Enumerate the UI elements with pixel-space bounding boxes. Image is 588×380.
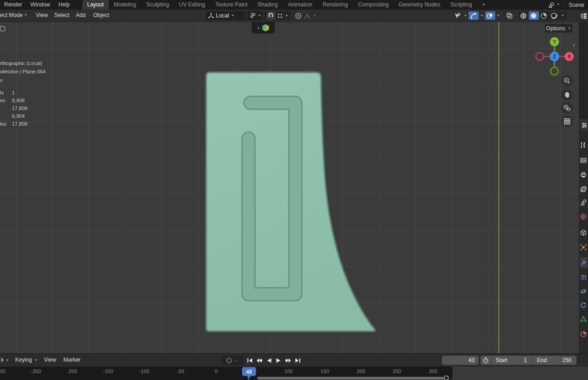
timeline-ruler[interactable]: 00 -250 -200 -150 -100 -50 0 50 100 150 … — [0, 367, 452, 380]
menu-add[interactable]: Add — [76, 12, 85, 18]
keying-menu[interactable]: Keying — [15, 357, 32, 363]
gizmo-axis-negy[interactable] — [551, 67, 559, 75]
jump-to-end-button[interactable] — [293, 356, 302, 365]
transform-orientation-dropdown[interactable]: Local ▼ — [206, 11, 245, 20]
mesh-object-plane-064[interactable] — [0, 22, 579, 353]
chevron-down-icon: ▼ — [231, 14, 235, 17]
toggle-view-grid-button[interactable] — [561, 115, 573, 127]
tab-tool-properties[interactable] — [580, 140, 588, 151]
falloff-curve-icon[interactable] — [304, 13, 311, 19]
chevron-down-icon: ▼ — [480, 14, 484, 17]
menu-help[interactable]: Help — [54, 0, 74, 10]
tab-output-properties[interactable] — [580, 169, 588, 180]
chevron-down-icon: ▼ — [6, 358, 9, 362]
view-menu[interactable]: View — [44, 357, 56, 363]
editor-type-button[interactable] — [0, 24, 8, 33]
snap-toggle-button[interactable] — [266, 11, 275, 20]
menu-object[interactable]: Object — [93, 12, 109, 18]
shading-material-preview-button[interactable] — [539, 11, 549, 20]
tab-particle-properties[interactable] — [580, 272, 588, 283]
camera-view-button[interactable] — [561, 102, 573, 114]
jump-to-start-button[interactable] — [245, 356, 254, 365]
playback-menu-clipped[interactable]: k — [1, 357, 4, 363]
tab-compositing[interactable]: Compositing — [353, 0, 394, 10]
next-keyframe-button[interactable] — [283, 356, 293, 365]
play-reverse-button[interactable] — [265, 356, 274, 365]
shading-solid-button[interactable] — [529, 11, 539, 20]
pan-hand-button[interactable] — [561, 89, 573, 101]
current-frame-field[interactable]: 43 — [442, 356, 479, 365]
collapsed-panel-pill[interactable]: › — [252, 22, 275, 34]
properties-panel — [579, 118, 588, 353]
tab-object-data-properties[interactable] — [580, 313, 588, 324]
show-object-types-button[interactable] — [452, 11, 462, 20]
menu-render[interactable]: Render — [0, 0, 26, 10]
tab-rendering[interactable]: Rendering — [317, 0, 353, 10]
tab-constraint-properties[interactable] — [580, 300, 588, 311]
tab-view-layer-properties[interactable] — [580, 184, 588, 195]
tab-physics-properties[interactable] — [580, 286, 588, 297]
add-workspace-button[interactable]: + — [477, 0, 490, 10]
outliner-panel[interactable] — [579, 22, 588, 116]
end-frame-field[interactable]: End 250 — [532, 356, 577, 365]
timeline-scrollbar[interactable] — [257, 377, 444, 380]
snap-to-icon[interactable] — [277, 13, 283, 19]
tab-sculpting[interactable]: Sculpting — [141, 0, 174, 10]
chevron-down-icon: ▼ — [285, 14, 288, 17]
tab-render-properties[interactable] — [580, 155, 588, 166]
stat-value: 17,808 — [12, 106, 28, 111]
pivot-point-dropdown[interactable]: ▼ — [247, 11, 263, 20]
proportional-editing-toggle[interactable] — [295, 12, 302, 19]
chevron-down-icon: ▼ — [567, 27, 571, 30]
timeline-scrollbar-knob[interactable] — [444, 375, 449, 380]
start-frame-field[interactable]: Start 1 — [491, 356, 531, 365]
gizmo-axis-negx[interactable] — [536, 53, 544, 61]
marker-menu[interactable]: Marker — [63, 357, 80, 363]
playhead[interactable]: 43 — [242, 367, 256, 376]
tab-layout[interactable]: Layout — [82, 0, 109, 10]
show-overlays-toggle[interactable] — [485, 11, 495, 20]
tab-texture-paint[interactable]: Texture Paint — [210, 0, 253, 10]
options-dropdown[interactable]: Options ▼ — [545, 24, 572, 33]
3d-viewport[interactable]: › rthographic (Local) ollection | Plane.… — [0, 22, 579, 353]
properties-editor-icon[interactable] — [580, 120, 588, 131]
end-value: 250 — [562, 357, 571, 363]
ruler-label: 300 — [429, 369, 437, 374]
menu-window[interactable]: Window — [26, 0, 54, 10]
use-preview-range-button[interactable] — [481, 356, 491, 365]
tab-modifier-properties[interactable] — [580, 257, 588, 268]
ruler-label: -250 — [31, 369, 41, 374]
tab-world-properties[interactable] — [580, 211, 588, 222]
tab-animation[interactable]: Animation — [283, 0, 317, 10]
show-gizmo-toggle[interactable] — [469, 11, 479, 20]
chevron-down-icon: ▼ — [235, 358, 238, 362]
menu-view[interactable]: View — [36, 12, 48, 18]
auto-keying-toggle[interactable] — [226, 358, 232, 363]
tab-uv-editing[interactable]: UV Editing — [174, 0, 210, 10]
navigation-gizmo[interactable]: Y X Z — [534, 36, 575, 78]
shading-rendered-button[interactable] — [549, 11, 559, 20]
mode-dropdown[interactable]: ect Mode — [0, 12, 23, 18]
chevron-down-icon: ▼ — [34, 358, 38, 362]
viewport-header: ect Mode ▼ View Select Add Object Local … — [0, 10, 579, 22]
play-button[interactable] — [274, 356, 283, 365]
previous-keyframe-button[interactable] — [255, 356, 264, 365]
tab-scene-properties[interactable] — [580, 197, 588, 208]
frame-range-group: Start 1 End 250 — [481, 356, 577, 365]
orientation-icon — [208, 13, 214, 19]
chevron-down-icon: ▼ — [556, 3, 560, 6]
expand-arrow-icon[interactable]: › — [258, 25, 260, 31]
shading-wireframe-button[interactable] — [519, 11, 529, 20]
tab-shading[interactable]: Shading — [253, 0, 283, 10]
tab-material-properties[interactable] — [580, 329, 588, 340]
tab-modeling[interactable]: Modeling — [109, 0, 141, 10]
scene-selector[interactable]: ▼ Scene — [548, 0, 584, 10]
tab-geometry-nodes[interactable]: Geometry Nodes — [394, 0, 446, 10]
tab-object-properties[interactable] — [580, 242, 588, 253]
tab-scripting[interactable]: Scripting — [446, 0, 477, 10]
menu-select[interactable]: Select — [54, 12, 69, 18]
xray-toggle[interactable] — [504, 11, 514, 20]
outliner-editor-icon[interactable] — [581, 13, 587, 19]
tab-collection-properties[interactable] — [580, 227, 588, 238]
zoom-tool-button[interactable] — [561, 75, 573, 87]
